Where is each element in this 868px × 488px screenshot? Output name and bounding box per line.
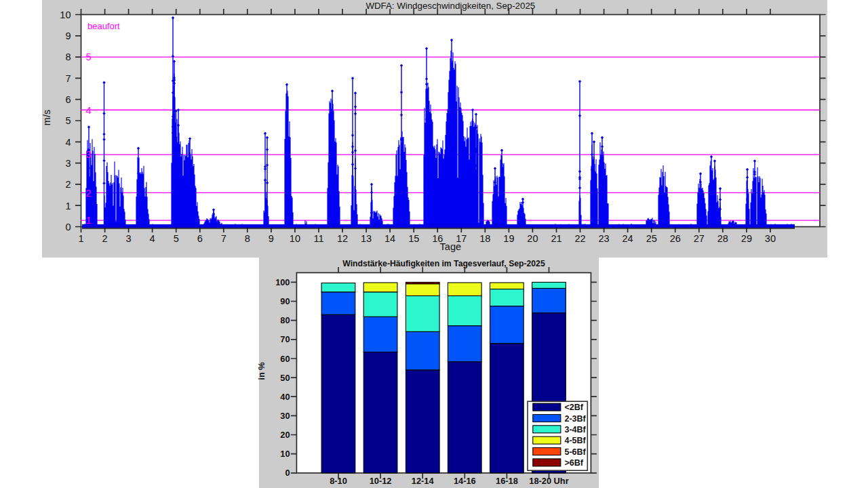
svg-text:Tage: Tage [440,241,461,252]
svg-text:90: 90 [280,296,290,306]
svg-text:14: 14 [384,233,395,244]
svg-text:<2Bf: <2Bf [565,403,584,412]
svg-text:30: 30 [280,411,290,421]
svg-text:3: 3 [86,149,92,160]
svg-text:3: 3 [126,233,132,244]
svg-text:3-4Bf: 3-4Bf [565,425,587,434]
svg-text:27: 27 [694,233,705,244]
svg-text:10-12: 10-12 [370,476,392,486]
svg-text:29: 29 [741,233,752,244]
svg-text:8: 8 [65,52,71,62]
svg-text:20: 20 [280,430,290,440]
svg-text:28: 28 [717,233,728,244]
svg-text:0: 0 [65,222,71,232]
svg-text:19: 19 [503,233,514,244]
svg-text:9: 9 [65,30,71,41]
svg-text:2: 2 [65,179,71,190]
svg-text:4: 4 [86,105,92,116]
svg-text:1: 1 [65,201,71,211]
svg-text:18: 18 [479,233,490,244]
svg-text:4: 4 [65,137,71,148]
svg-text:7: 7 [221,233,226,244]
svg-text:60: 60 [280,354,290,364]
svg-text:10: 10 [280,449,290,459]
svg-text:4-5Bf: 4-5Bf [565,436,587,445]
svg-text:5: 5 [86,52,92,62]
svg-text:2: 2 [86,188,92,199]
svg-text:>6Bf: >6Bf [565,458,584,468]
svg-text:100: 100 [275,277,290,287]
svg-text:40: 40 [280,392,290,402]
svg-text:8: 8 [245,233,250,244]
svg-text:5-6Bf: 5-6Bf [565,447,587,457]
svg-text:WDFA: Windgeschwindigkeiten, S: WDFA: Windgeschwindigkeiten, Sep-2025 [366,1,535,11]
svg-text:6: 6 [197,233,203,244]
svg-text:13: 13 [361,233,372,244]
svg-text:1: 1 [78,233,83,244]
svg-text:m/s: m/s [41,110,52,125]
svg-text:12-14: 12-14 [412,476,435,486]
svg-text:15: 15 [408,233,419,244]
svg-text:in %: in % [256,362,267,380]
svg-text:12: 12 [337,233,348,244]
svg-text:9: 9 [269,233,274,244]
svg-text:2: 2 [102,233,108,244]
svg-text:25: 25 [646,233,657,244]
svg-text:10: 10 [60,9,71,20]
svg-text:6: 6 [65,94,71,105]
svg-text:2-3Bf: 2-3Bf [565,414,587,424]
svg-text:50: 50 [280,373,290,383]
svg-text:70: 70 [280,334,290,344]
svg-text:16-18: 16-18 [496,476,518,486]
svg-text:11: 11 [313,233,323,244]
svg-text:1: 1 [86,215,92,226]
svg-text:20: 20 [527,233,538,244]
svg-text:18-20 Uhr: 18-20 Uhr [529,476,568,486]
svg-text:3: 3 [65,158,71,169]
svg-text:80: 80 [280,315,290,325]
svg-text:5: 5 [65,115,71,126]
svg-text:8-10: 8-10 [330,476,347,486]
svg-text:23: 23 [599,233,610,244]
svg-text:24: 24 [623,233,633,244]
svg-text:5: 5 [174,233,179,244]
svg-text:Windstärke-Häufigkeiten im Tag: Windstärke-Häufigkeiten im Tagesverlauf,… [342,259,545,268]
svg-text:21: 21 [551,233,561,244]
svg-text:10: 10 [290,233,300,244]
svg-text:7: 7 [65,73,71,84]
svg-text:22: 22 [574,233,585,244]
svg-text:26: 26 [670,233,681,244]
svg-text:beaufort: beaufort [87,21,120,31]
svg-text:4: 4 [150,233,155,244]
svg-text:14-16: 14-16 [454,476,476,486]
svg-text:0: 0 [285,468,290,478]
svg-text:30: 30 [765,233,776,244]
